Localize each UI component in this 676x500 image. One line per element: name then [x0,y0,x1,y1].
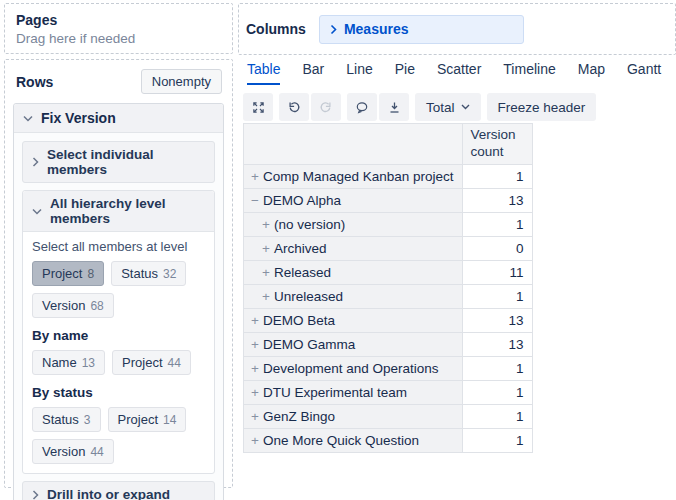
row-label: Unreleased [274,289,343,304]
tab-table[interactable]: Table [247,61,280,85]
expand-toggle-icon[interactable]: + [262,241,270,256]
tab-gantt[interactable]: Gantt [627,61,661,85]
row-label-cell[interactable]: +GenZ Bingo [244,404,463,428]
table-row: −DEMO Alpha13 [244,188,533,212]
expand-toggle-icon[interactable]: + [251,385,259,400]
tag-project[interactable]: Project14 [108,407,187,432]
expand-toggle-icon[interactable]: + [251,409,259,424]
row-value-cell[interactable]: 1 [462,380,532,404]
expand-toggle-icon[interactable]: + [262,265,270,280]
name-tags: Name13Project44 [32,350,205,375]
comment-button[interactable] [347,93,377,121]
tag-label: Name [42,355,77,370]
row-label-cell[interactable]: +DEMO Gamma [244,332,463,356]
table-row: +Archived0 [244,236,533,260]
tag-project[interactable]: Project44 [112,350,191,375]
total-dropdown[interactable]: Total [415,93,481,121]
row-label-cell[interactable]: −DEMO Alpha [244,188,463,212]
row-value-cell[interactable]: 1 [462,212,532,236]
row-label-cell[interactable]: +DTU Experimental team [244,380,463,404]
row-value-cell[interactable]: 13 [462,308,532,332]
row-value-cell[interactable]: 1 [462,164,532,188]
row-value-cell[interactable]: 1 [462,356,532,380]
tab-map[interactable]: Map [578,61,605,85]
fix-version-header[interactable]: Fix Version [14,104,223,133]
fullscreen-button[interactable] [243,93,273,121]
chevron-down-icon [32,208,42,215]
row-label-cell[interactable]: +One More Quick Question [244,428,463,452]
tag-count: 32 [163,267,176,281]
table-row: +Unreleased1 [244,284,533,308]
expand-toggle-icon[interactable]: + [251,337,259,352]
rows-drop-zone[interactable]: Rows Nonempty Fix Version Select individ… [4,59,233,488]
table-toolbar: Total Freeze header [243,93,596,121]
tag-label: Project [122,355,162,370]
row-label-cell[interactable]: +(no version) [244,212,463,236]
status-tags: Status3Project14Version44 [32,407,205,464]
nonempty-button[interactable]: Nonempty [141,69,222,94]
expand-toggle-icon[interactable]: + [262,217,270,232]
row-label-cell[interactable]: +Comp Managed Kanban project [244,164,463,188]
all-hierarchy-section: All hierarchy level members Select all m… [22,190,215,474]
select-individual-members-bar[interactable]: Select individual members [22,141,215,183]
row-label: DEMO Alpha [263,193,341,208]
tag-version[interactable]: Version68 [32,293,114,318]
tag-project[interactable]: Project8 [32,261,104,286]
collapse-toggle-icon[interactable]: − [251,193,259,208]
measures-chip[interactable]: Measures [319,15,524,44]
expand-toggle-icon[interactable]: + [251,361,259,376]
row-value-cell[interactable]: 1 [462,404,532,428]
drill-into-or-expand-bar[interactable]: Drill into or expand [22,481,215,500]
tab-bar[interactable]: Bar [302,61,324,85]
download-icon [388,101,401,114]
redo-icon [319,101,333,114]
version-count-column-header[interactable]: Version count [462,124,532,165]
tag-label: Version [42,298,85,313]
tab-timeline[interactable]: Timeline [503,61,555,85]
row-label: DTU Experimental team [263,385,407,400]
table-row: +One More Quick Question1 [244,428,533,452]
row-label: One More Quick Question [263,433,419,448]
undo-button[interactable] [279,93,309,121]
freeze-header-button[interactable]: Freeze header [487,93,597,121]
tag-name[interactable]: Name13 [32,350,105,375]
tag-count: 44 [168,356,181,370]
row-value-cell[interactable]: 0 [462,236,532,260]
columns-drop-zone[interactable]: Columns Measures [238,3,676,55]
row-value-cell[interactable]: 13 [462,188,532,212]
row-header-corner-cell [244,124,463,165]
row-label-cell[interactable]: +Archived [244,236,463,260]
expand-toggle-icon[interactable]: + [251,433,259,448]
table-row: +Comp Managed Kanban project1 [244,164,533,188]
row-label-cell[interactable]: +DEMO Beta [244,308,463,332]
row-label-cell[interactable]: +Released [244,260,463,284]
pivot-table: Version count +Comp Managed Kanban proje… [243,123,533,453]
row-label: Development and Operations [263,361,439,376]
select-all-members-label: Select all members at level [32,239,205,254]
expand-arrows-icon [252,101,265,114]
tab-pie[interactable]: Pie [395,61,415,85]
fix-version-dimension: Fix Version Select individual members Al… [13,103,224,500]
row-value-cell[interactable]: 1 [462,284,532,308]
tag-status[interactable]: Status32 [111,261,186,286]
pages-panel-title: Pages [16,12,221,28]
expand-toggle-icon[interactable]: + [251,169,259,184]
tab-scatter[interactable]: Scatter [437,61,481,85]
row-value-cell[interactable]: 13 [462,332,532,356]
by-status-label: By status [32,385,205,400]
export-button[interactable] [379,93,409,121]
pages-drop-zone[interactable]: Pages Drag here if needed [4,3,233,54]
row-value-cell[interactable]: 11 [462,260,532,284]
redo-button[interactable] [311,93,341,121]
expand-toggle-icon[interactable]: + [251,313,259,328]
tag-status[interactable]: Status3 [32,407,101,432]
all-hierarchy-members-bar[interactable]: All hierarchy level members [23,191,214,232]
row-label-cell[interactable]: +Development and Operations [244,356,463,380]
row-label: Released [274,265,331,280]
tab-line[interactable]: Line [346,61,372,85]
expand-toggle-icon[interactable]: + [262,289,270,304]
comment-icon [355,101,369,114]
row-value-cell[interactable]: 1 [462,428,532,452]
row-label-cell[interactable]: +Unreleased [244,284,463,308]
tag-version[interactable]: Version44 [32,439,114,464]
